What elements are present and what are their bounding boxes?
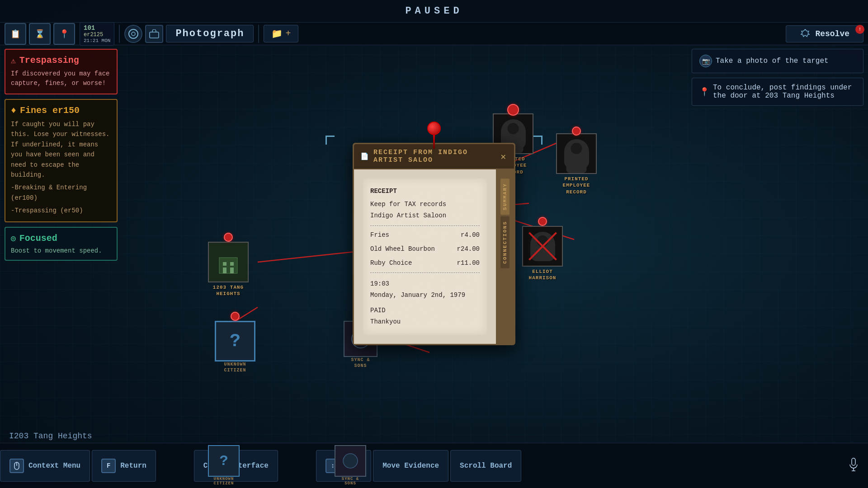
- tab-connections[interactable]: CONNECTIONS: [500, 216, 509, 268]
- modal-title-text: Receipt from Indigo Artist Saloo: [373, 149, 499, 164]
- doc-icon: 📄: [360, 152, 370, 161]
- return-key-icon: F: [101, 459, 116, 473]
- receipt-item-3: Ruby Choice r11.00: [370, 258, 480, 269]
- paused-text: PAUSED: [405, 5, 462, 17]
- stat-currency: er2125: [84, 32, 110, 38]
- svg-point-22: [343, 454, 358, 468]
- receipt-item-1-name: Fries: [370, 230, 389, 241]
- pin-body: [433, 135, 435, 149]
- photograph-button[interactable]: Photograph: [166, 25, 254, 42]
- svg-rect-2: [150, 32, 159, 38]
- receipt-item-3-name: Ruby Choice: [370, 258, 412, 269]
- scroll-board-button[interactable]: Scroll Board: [450, 450, 521, 482]
- receipt-item-3-price: r11.00: [457, 258, 480, 269]
- receipt-item-2: Old Wheel Bourbon r24.00: [370, 244, 480, 255]
- pin-head: [427, 122, 441, 135]
- stat-time: 21:21 MON: [84, 38, 110, 43]
- receipt-item-2-price: r24.00: [457, 244, 480, 255]
- svg-point-0: [129, 29, 138, 38]
- receipt-item-1: Fries r4.00: [370, 230, 480, 241]
- context-menu-key-icon: [9, 459, 24, 473]
- stats-box: 101 er2125 21:21 MON: [80, 22, 114, 46]
- modal-title: 📄 Receipt from Indigo Artist Saloo: [360, 149, 499, 164]
- receipt-subtitle: Keep for TAX records: [370, 199, 480, 210]
- photograph-label: Photograph: [175, 28, 244, 39]
- resolve-label: Resolve: [815, 29, 849, 38]
- resolve-icon: [800, 28, 811, 39]
- svg-rect-23: [852, 458, 855, 465]
- move-evidence-label: Move Evidence: [382, 462, 439, 470]
- modal-body: RECEIPT Keep for TAX records Indigo Arti…: [354, 169, 514, 344]
- sync-card-img: [335, 445, 366, 477]
- hourglass-button[interactable]: ⌛: [29, 23, 51, 45]
- receipt-venue: Indigo Artist Saloon: [370, 210, 480, 221]
- mic-icon: [848, 457, 859, 472]
- receipt-modal: 📄 Receipt from Indigo Artist Saloo ✕ REC…: [353, 143, 515, 345]
- receipt-divider-2: [370, 272, 480, 273]
- mic-button[interactable]: [848, 457, 859, 474]
- context-menu-label: Context Menu: [28, 462, 80, 470]
- folder-button[interactable]: 📁 +: [264, 25, 298, 42]
- scroll-board-label: Scroll Board: [460, 462, 512, 470]
- camera-tool-btn[interactable]: [124, 25, 142, 43]
- receipt-header: RECEIPT: [370, 186, 480, 197]
- receipt-thankyou: Thankyou: [370, 316, 480, 328]
- crosshair-tr: [533, 136, 542, 145]
- tab-summary[interactable]: SUMMARY: [500, 178, 509, 215]
- bottom-card-sync[interactable]: SYNC &SONS: [335, 445, 366, 486]
- bottom-card-citizen[interactable]: ? UNKNOWNCITIZEN: [208, 445, 240, 486]
- map-button[interactable]: 📍: [53, 23, 75, 45]
- modal-tabs: SUMMARY CONNECTIONS: [496, 169, 514, 344]
- receipt-item-2-name: Old Wheel Bourbon: [370, 244, 435, 255]
- crosshair-tl: [326, 136, 335, 145]
- context-menu-button[interactable]: Context Menu: [0, 450, 90, 482]
- plus-icon: +: [285, 28, 291, 39]
- receipt-footer: 19:03 Monday, January 2nd, 1979 PAID Tha…: [370, 278, 480, 328]
- receipt-item-1-price: r4.00: [461, 230, 480, 241]
- receipt-status: PAID: [370, 305, 480, 316]
- modal-close-button[interactable]: ✕: [499, 151, 508, 162]
- mouse-icon: [13, 462, 21, 470]
- receipt-date: Monday, January 2nd, 1979: [370, 290, 480, 301]
- sync-card-icon: [341, 452, 359, 470]
- receipt-time: 19:03: [370, 278, 480, 290]
- modal-overlay: 📄 Receipt from Indigo Artist Saloo ✕ REC…: [0, 45, 868, 443]
- unknown-citizen-card-label: UNKNOWNCITIZEN: [214, 477, 234, 486]
- folder-icon: 📁: [271, 28, 283, 39]
- return-button[interactable]: F Return: [92, 450, 156, 482]
- inventory-btn[interactable]: [145, 25, 163, 43]
- bottom-toolbar: Context Menu F Return ? UNKNOWNCITIZEN C…: [0, 443, 868, 488]
- return-label: Return: [120, 462, 146, 470]
- receipt-area: RECEIPT Keep for TAX records Indigo Arti…: [354, 169, 496, 344]
- calendar-button[interactable]: 📋: [5, 23, 26, 45]
- receipt-divider-1: [370, 225, 480, 226]
- svg-point-1: [132, 32, 135, 36]
- notification-badge: !: [855, 25, 864, 34]
- paused-bar: PAUSED: [0, 0, 868, 23]
- stat-level: 101: [84, 24, 110, 32]
- move-evidence-button[interactable]: Move Evidence: [373, 450, 448, 482]
- resolve-button[interactable]: Resolve: [786, 25, 863, 42]
- modal-pin: [427, 122, 441, 149]
- unknown-citizen-card-img: ?: [208, 445, 240, 477]
- receipt-paper: RECEIPT Keep for TAX records Indigo Arti…: [363, 178, 487, 335]
- sync-card-label: SYNC &SONS: [342, 477, 359, 486]
